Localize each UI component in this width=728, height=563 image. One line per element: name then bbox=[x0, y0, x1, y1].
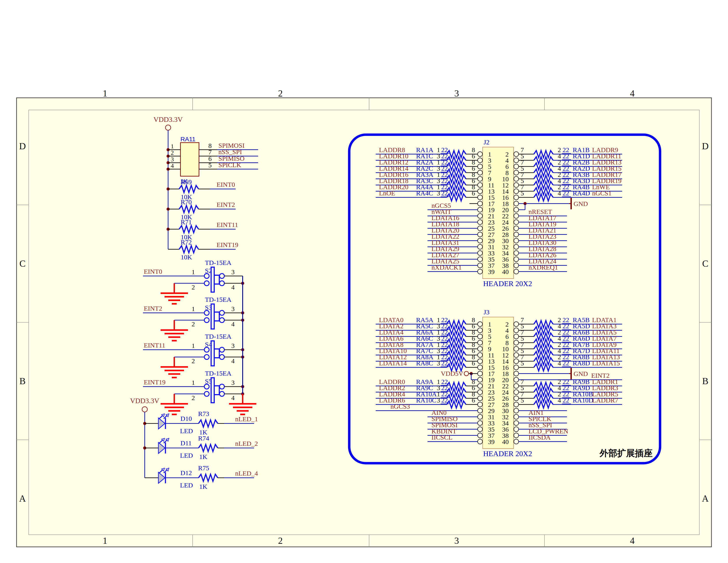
led-refdes: D12 bbox=[180, 469, 192, 477]
net-label: IICSCL bbox=[432, 434, 452, 441]
ra11-refdes: RA11 bbox=[180, 136, 195, 143]
header-refdes: J3 bbox=[484, 309, 490, 316]
switch-part-label: TD-15EA bbox=[205, 259, 231, 266]
res-value-label: 22 bbox=[441, 397, 448, 404]
net-label: nSS_SPI bbox=[218, 148, 242, 155]
grid-col-label: 3 bbox=[454, 536, 459, 546]
res-value-label: 22 bbox=[441, 189, 448, 197]
resistor-refdes: R75 bbox=[198, 464, 209, 472]
net-label: EINT11 bbox=[144, 342, 165, 349]
res-value-label: 22 bbox=[441, 360, 448, 367]
pin-number: 1 bbox=[192, 379, 195, 386]
gnd-label: GND bbox=[574, 370, 588, 377]
net-label: nGCS1 bbox=[592, 189, 612, 197]
net-label: EINT19 bbox=[217, 241, 238, 248]
net-label: nLED_1 bbox=[235, 415, 258, 423]
grid-col-label: 1 bbox=[103, 536, 107, 546]
grid-row-label: C bbox=[19, 258, 26, 269]
resnet-refdes: RA8C bbox=[416, 360, 433, 367]
pin-number: 3 bbox=[231, 342, 235, 349]
resnet-pin: 3 bbox=[437, 397, 440, 404]
pin-number: 2 bbox=[192, 357, 195, 365]
resnet-refdes: RA4C bbox=[416, 189, 433, 197]
switch-part-label: TD-15EA bbox=[205, 333, 231, 340]
header-refdes: J2 bbox=[484, 138, 490, 146]
resistor-value: 1K bbox=[199, 483, 207, 490]
led-refdes: D10 bbox=[180, 415, 192, 422]
net-label: EINT11 bbox=[217, 221, 238, 228]
resistor-value: 1K bbox=[199, 453, 207, 460]
schematic-canvas: 11223344DDCCBBAAVDD3.3VRA111K18SPIMOSI27… bbox=[0, 0, 728, 563]
led-refdes: D11 bbox=[180, 439, 192, 447]
net-label: EINT0 bbox=[144, 268, 162, 275]
grid-row-label: D bbox=[19, 141, 26, 151]
resnet-pin: 3 bbox=[437, 360, 440, 367]
pin-number: 2 bbox=[192, 284, 195, 291]
header-pin-number: 40 bbox=[502, 268, 509, 275]
grid-col-label: 2 bbox=[278, 88, 283, 98]
header-pin-number: 39 bbox=[488, 268, 495, 275]
resistor-refdes: R72 bbox=[181, 238, 192, 246]
pin-number: 3 bbox=[231, 305, 235, 313]
pin-number: 5 bbox=[208, 161, 212, 169]
pin-number: 4 bbox=[231, 284, 235, 291]
resnet-pin: 5 bbox=[521, 360, 524, 367]
switch-part-label: TD-15EA bbox=[205, 370, 231, 377]
pin-number: 4 bbox=[171, 162, 174, 169]
net-label: SPICLK bbox=[218, 161, 241, 168]
grid-col-label: 3 bbox=[454, 88, 459, 98]
grid-row-label: B bbox=[702, 376, 708, 386]
pin-number: 2 bbox=[192, 321, 195, 328]
net-label: EINT2 bbox=[217, 201, 235, 208]
pin-number: 1 bbox=[192, 342, 195, 349]
pin-number: 4 bbox=[231, 394, 235, 401]
resnet-pin: 4 bbox=[558, 360, 561, 367]
expansion-caption: 外部扩展插座 bbox=[599, 448, 653, 458]
pin-number: 1 bbox=[192, 305, 195, 313]
resnet-pin: 4 bbox=[558, 189, 561, 197]
resistor-refdes: R74 bbox=[198, 435, 209, 442]
pin-number: 7 bbox=[208, 148, 212, 156]
resnet-pin: 6 bbox=[472, 360, 475, 367]
power-net-label: VDD3.3V bbox=[130, 397, 159, 405]
power-net-label: VDD5V bbox=[441, 370, 463, 377]
grid-row-label: B bbox=[19, 376, 26, 386]
resnet-pin: 4 bbox=[558, 397, 561, 404]
resistor-refdes: R70 bbox=[181, 198, 192, 205]
grid-row-label: A bbox=[19, 493, 26, 504]
pin-number: 3 bbox=[171, 156, 174, 163]
net-label: nLED_2 bbox=[235, 440, 258, 447]
net-label: nXDREQ1 bbox=[529, 263, 558, 271]
resnet-pin: 6 bbox=[472, 189, 475, 197]
pin-number: 3 bbox=[231, 379, 235, 386]
resnet-pin: 5 bbox=[521, 189, 524, 197]
schematic-page: 11223344DDCCBBAAVDD3.3VRA111K18SPIMOSI27… bbox=[0, 0, 728, 563]
led-part-label: LED bbox=[180, 452, 193, 459]
resnet-refdes: RA8D bbox=[573, 360, 590, 367]
net-label: IICSDA bbox=[529, 434, 551, 441]
header-type-label: HEADER 20X2 bbox=[483, 450, 532, 458]
led-part-label: LED bbox=[180, 427, 193, 435]
pin-number: 1 bbox=[171, 143, 174, 150]
header-pin-number: 40 bbox=[502, 438, 509, 445]
net-label: nLED_4 bbox=[235, 470, 258, 477]
pin-number: 4 bbox=[231, 321, 235, 328]
net-label: nXDACK1 bbox=[432, 263, 462, 271]
resistor-refdes: R73 bbox=[198, 410, 209, 417]
resnet-pin: 5 bbox=[521, 397, 524, 404]
header-body bbox=[483, 317, 514, 449]
switch-part-label: TD-15EA bbox=[205, 296, 231, 303]
resnet-refdes: RA10D bbox=[573, 397, 593, 404]
resnet-refdes: RA10C bbox=[416, 397, 436, 404]
res-value-label: 22 bbox=[563, 397, 569, 404]
grid-row-label: C bbox=[702, 258, 708, 269]
header-pin-number: 39 bbox=[488, 438, 495, 445]
net-label: EINT0 bbox=[217, 181, 235, 188]
led-part-label: LED bbox=[180, 482, 193, 489]
resistor-refdes: R71 bbox=[181, 218, 192, 226]
net-label: LnOE bbox=[379, 189, 395, 197]
resnet-pin: 3 bbox=[437, 189, 440, 197]
net-label: EINT19 bbox=[144, 379, 165, 386]
resnet-pin: 6 bbox=[472, 397, 475, 404]
grid-row-label: A bbox=[702, 493, 709, 504]
